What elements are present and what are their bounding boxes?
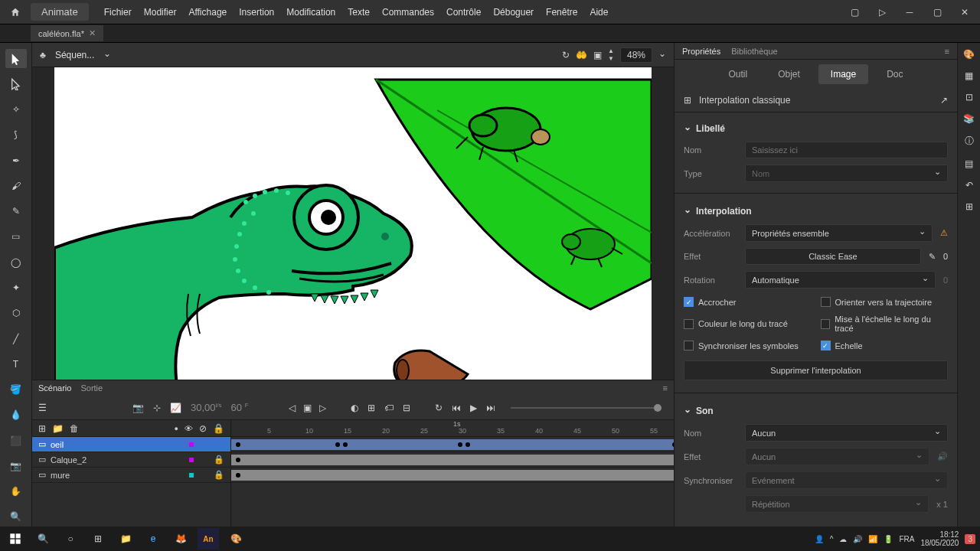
frame-ruler[interactable]: 5 10 15 20 25 1s 30 35 40 45 50 55 [231, 420, 674, 437]
explorer-icon[interactable]: 📁 [115, 528, 136, 549]
onion-skin-icon[interactable]: ◐ [351, 403, 358, 413]
camera-tl-icon[interactable]: 📷 [132, 403, 144, 413]
frame-span-icon[interactable]: ⊟ [403, 403, 410, 413]
add-folder-icon[interactable]: 📁 [52, 423, 64, 434]
text-tool[interactable]: T [5, 354, 27, 373]
subtab-tool[interactable]: Outil [716, 64, 760, 84]
task-view-icon[interactable]: ⊞ [87, 528, 109, 549]
animate-taskbar-icon[interactable]: An [198, 528, 219, 549]
paint-icon[interactable]: 🎨 [225, 528, 247, 549]
layer-row-mure[interactable]: ▭ mure 🔒 [32, 468, 230, 483]
subtab-image[interactable]: Image [818, 64, 868, 84]
menu-help[interactable]: Aide [590, 7, 608, 18]
snap-icon[interactable]: 🤲 [576, 50, 587, 60]
eraser-tool[interactable]: ⬛ [5, 431, 27, 450]
menu-debug[interactable]: Déboguer [493, 7, 534, 18]
play-button[interactable]: ▶ [470, 403, 477, 413]
select-accel[interactable]: Propriétés ensemble [745, 224, 933, 242]
clock-time[interactable]: 18:12 [920, 530, 959, 539]
frame-row-0[interactable] [231, 437, 674, 452]
hexagon-tool[interactable]: ⬡ [5, 304, 27, 323]
tab-output[interactable]: Sortie [80, 383, 103, 393]
menu-window[interactable]: Fenêtre [546, 7, 577, 18]
chk-orienter[interactable] [821, 297, 831, 307]
layer-parent-icon[interactable]: ⊹ [153, 403, 161, 413]
section-label[interactable]: Libellé [684, 119, 948, 139]
workspace-icon[interactable]: ▢ [845, 5, 864, 20]
timeline-menu-icon[interactable]: ≡ [663, 383, 668, 393]
section-sound[interactable]: Son [684, 401, 948, 421]
rotate-view-icon[interactable]: ↻ [562, 50, 570, 60]
start-button[interactable] [5, 528, 26, 549]
subselect-tool[interactable] [5, 74, 27, 93]
next-keyframe-icon[interactable]: ▷ [319, 403, 326, 413]
history-panel-icon[interactable]: ↶ [965, 180, 973, 191]
edit-ease-icon[interactable]: ✎ [929, 252, 936, 262]
eyedropper-tool[interactable]: 💧 [5, 406, 27, 425]
chk-couleur[interactable] [684, 319, 694, 329]
lasso-tool[interactable]: ⟆ [5, 126, 27, 145]
step-forward-icon[interactable]: ⏭ [486, 403, 495, 413]
tab-close-icon[interactable]: ✕ [89, 28, 96, 38]
menu-file[interactable]: Fichier [104, 7, 132, 18]
effect-button[interactable]: Classic Ease [745, 248, 921, 265]
insert-keyframe-icon[interactable]: ▣ [303, 403, 312, 413]
brush-tool[interactable]: 🖌 [5, 176, 27, 195]
scene-dropdown-icon[interactable] [103, 50, 111, 60]
add-layer-icon[interactable]: ⊞ [38, 423, 46, 434]
menu-modify[interactable]: Modification [286, 7, 335, 18]
swatches-panel-icon[interactable]: ▤ [965, 158, 973, 169]
loop-icon[interactable]: ↻ [435, 403, 443, 413]
frame-row-1[interactable] [231, 452, 674, 468]
ie-icon[interactable]: e [142, 528, 164, 549]
select-sound-repeat[interactable]: Répétition [745, 495, 929, 513]
select-rotation[interactable]: Automatique [745, 271, 936, 289]
rectangle-tool[interactable]: ▭ [5, 227, 27, 246]
layer-row-oeil[interactable]: ▭ oeil [32, 437, 230, 452]
battery-icon[interactable]: 🔋 [884, 535, 893, 543]
clip-icon[interactable]: ▣ [593, 50, 602, 60]
zoom-out-icon[interactable]: ▼ [608, 55, 614, 62]
polystar-tool[interactable]: ✦ [5, 278, 27, 297]
zoom-in-icon[interactable]: ▲ [608, 47, 614, 54]
scene-icon[interactable]: ♣ [40, 50, 46, 60]
transform-panel-icon[interactable]: ⊡ [965, 92, 973, 103]
chk-echelle[interactable]: ✓ [821, 341, 831, 350]
select-sound-name[interactable]: Aucun [745, 424, 948, 442]
props-tab-properties[interactable]: Propriétés [682, 47, 720, 56]
pen-tool[interactable]: ✒ [5, 151, 27, 170]
panel-menu-icon[interactable]: ≡ [945, 47, 949, 56]
layer-icon[interactable]: ☰ [38, 403, 47, 413]
menu-view[interactable]: Affichage [188, 7, 227, 18]
app-name[interactable]: Animate [31, 3, 89, 21]
lang-indicator[interactable]: FRA [899, 535, 914, 543]
outline-icon[interactable]: ⊘ [199, 423, 207, 434]
chk-echelle-trace[interactable] [821, 319, 831, 329]
prev-keyframe-icon[interactable]: ◁ [289, 403, 296, 413]
visibility-icon[interactable]: 👁 [185, 424, 193, 433]
menu-control[interactable]: Contrôle [446, 7, 481, 18]
props-tab-library[interactable]: Bibliothèque [731, 47, 778, 56]
play-icon[interactable]: ▷ [873, 5, 891, 20]
graph-icon[interactable]: 📈 [170, 403, 181, 413]
selection-tool[interactable] [5, 49, 27, 68]
canvas-area[interactable] [32, 67, 674, 380]
edit-multiple-icon[interactable]: ⊞ [368, 403, 375, 413]
scene-name[interactable]: Séquen... [55, 50, 94, 60]
people-icon[interactable]: 👤 [815, 535, 824, 543]
menu-insert[interactable]: Insertion [239, 7, 274, 18]
color-panel-icon[interactable]: 🎨 [963, 49, 975, 60]
library-panel-icon[interactable]: 📚 [963, 113, 975, 124]
zoom-tool[interactable]: 🔍 [5, 507, 27, 527]
transform-tool[interactable]: ✧ [5, 100, 27, 119]
select-sound-sync[interactable]: Evénement [745, 471, 948, 489]
effect-num[interactable]: 0 [943, 252, 948, 261]
line-tool[interactable]: ╱ [5, 329, 27, 348]
document-tab[interactable]: caléléon.fla* ✕ [31, 25, 103, 41]
layer-row-calque2[interactable]: ▭ Calque_2 🔒 [32, 452, 230, 468]
canvas[interactable] [54, 67, 652, 380]
delete-layer-icon[interactable]: 🗑 [70, 423, 79, 434]
btn-delete-interpolation[interactable]: Supprimer l'interpolation [684, 360, 948, 380]
close-button[interactable]: ✕ [956, 5, 974, 20]
lock-icon[interactable]: 🔒 [214, 470, 224, 480]
